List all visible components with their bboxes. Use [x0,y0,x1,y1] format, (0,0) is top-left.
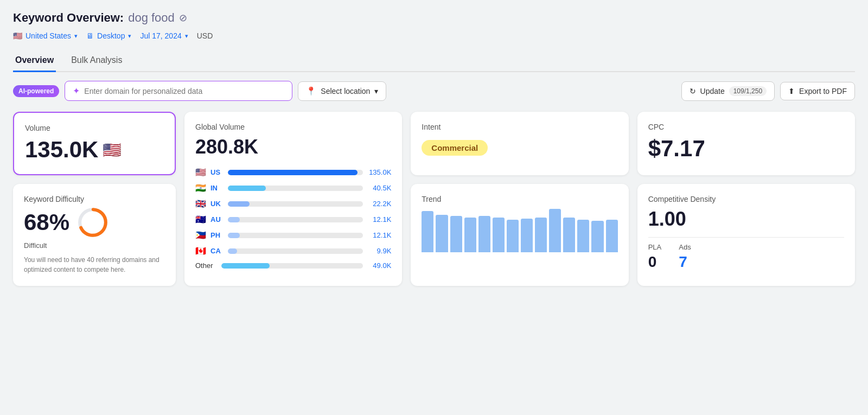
global-volume-label: Global Volume [195,123,391,131]
volume-value: 135.0K 🇺🇸 [25,137,164,163]
bar-bg [228,201,363,207]
trend-label: Trend [422,195,617,203]
country-flag: 🇦🇺 [195,214,206,225]
intent-label: Intent [422,123,617,131]
cards-grid: Volume 135.0K 🇺🇸 Global Volume 280.8K 🇺🇸… [13,112,855,286]
country-row: 🇵🇭 PH 12.1K [195,230,391,240]
competitive-density-card: Competitive Density 1.00 PLA 0 Ads 7 [637,184,855,286]
verified-icon: ⊘ [179,12,187,24]
ads-column: Ads 7 [679,243,691,271]
bar-fill [228,248,237,254]
bar-bg [228,233,363,238]
export-button[interactable]: ⬆ Export to PDF [780,82,855,100]
cpc-card: CPC $7.17 [637,112,855,175]
domain-input-wrapper[interactable]: ✦ [65,81,292,101]
country-value: 49.0K [367,261,391,270]
page-title-prefix: Keyword Overview: [13,11,124,25]
pla-label: PLA [648,243,662,251]
trend-bar [478,216,490,252]
device-icon: 🖥 [86,31,94,40]
page-title-keyword: dog food [128,11,175,25]
pla-column: PLA 0 [648,243,662,271]
trend-bar [549,209,561,252]
location-label: United States [25,31,71,40]
country-flag: 🇺🇸 [195,167,206,177]
pla-value: 0 [648,253,662,271]
country-row: 🇬🇧 UK 22.2K [195,199,391,209]
refresh-icon: ↻ [690,87,696,95]
export-icon: ⬆ [788,87,795,95]
country-code: CA [210,247,224,255]
trend-bar [507,220,519,252]
country-flag: 🇬🇧 [195,199,206,209]
country-value: 22.2K [367,200,391,208]
update-label: Update [700,87,725,95]
tab-overview[interactable]: Overview [13,50,56,72]
trend-bar [450,216,462,252]
country-code: UK [210,200,224,208]
bar-fill [221,263,270,269]
update-button[interactable]: ↻ Update 109/1,250 [681,81,775,101]
location-select-chevron-icon: ▾ [374,87,378,95]
country-code: AU [210,215,224,224]
sparkle-icon: ✦ [73,86,80,96]
trend-bar [436,215,448,252]
country-row: 🇮🇳 IN 40.5K [195,183,391,193]
trend-bar [563,218,575,252]
country-value: 9.9K [367,247,391,255]
country-value: 135.0K [367,168,391,176]
export-label: Export to PDF [799,87,847,95]
keyword-difficulty-card: Keyword Difficulty 68% Difficult You wil… [13,184,176,286]
country-code: PH [210,231,224,239]
trend-bar [521,219,533,252]
bar-bg [228,217,363,222]
country-flag: 🇮🇳 [195,183,206,193]
trend-bar [535,218,547,252]
kd-sub-label: Difficult [24,241,165,250]
pla-ads-row: PLA 0 Ads 7 [648,243,844,271]
currency-label: USD [197,31,213,40]
kd-description: You will need to have 40 referring domai… [24,255,165,274]
bar-bg [228,186,363,191]
trend-card: Trend [411,184,628,286]
country-code: US [210,168,224,176]
ads-value: 7 [679,253,691,271]
comp-density-label: Competitive Density [648,195,844,203]
volume-flag: 🇺🇸 [103,141,122,159]
cpc-label: CPC [648,123,844,131]
ai-badge: AI-powered [13,85,59,97]
bar-fill [228,186,266,191]
comp-density-value: 1.00 [648,208,844,231]
bar-bg [228,248,363,254]
country-row: 🇨🇦 CA 9.9K [195,246,391,256]
divider-1 [648,237,844,238]
cpc-value: $7.17 [648,136,844,162]
bar-fill [228,233,240,238]
device-filter-button[interactable]: 🖥 Desktop ▾ [86,31,131,40]
date-filter-button[interactable]: Jul 17, 2024 ▾ [140,31,188,40]
country-rows-container: 🇺🇸 US 135.0K 🇮🇳 IN 40.5K 🇬🇧 UK [195,167,391,270]
ads-label: Ads [679,243,691,251]
tab-bulk-analysis[interactable]: Bulk Analysis [69,50,124,72]
trend-chart [422,209,617,252]
date-label: Jul 17, 2024 [140,31,181,40]
domain-input[interactable] [84,87,284,95]
country-value: 40.5K [367,184,391,192]
trend-bar [591,221,603,252]
date-chevron-icon: ▾ [185,33,188,40]
device-label: Desktop [97,31,125,40]
bar-bg [221,263,363,269]
location-select-label: Select location [321,87,370,95]
bar-fill [228,201,250,207]
intent-card: Intent Commercial [411,112,628,175]
location-filter-button[interactable]: 🇺🇸 United States ▾ [13,31,78,40]
country-row: Other 49.0K [195,261,391,270]
country-value: 12.1K [367,215,391,224]
country-flag: 🇨🇦 [195,246,206,256]
location-select-button[interactable]: 📍 Select location ▾ [298,81,386,101]
country-flag: 🇵🇭 [195,230,206,240]
other-label: Other [195,261,217,270]
update-counter: 109/1,250 [729,86,767,96]
bar-fill [228,217,240,222]
kd-donut-chart [78,208,107,237]
